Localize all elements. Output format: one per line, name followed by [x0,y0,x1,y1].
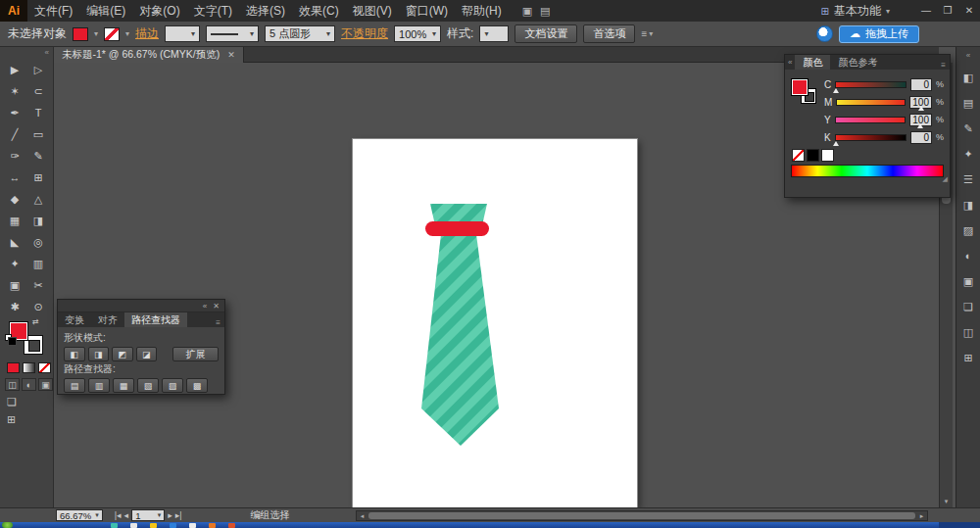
tool-free-transform[interactable]: ⊞ [26,167,50,188]
tab-align[interactable]: 对齐 [91,312,124,327]
fill-color-swatch[interactable] [73,27,88,41]
bridge-icon[interactable]: ▣ [522,5,532,18]
tab-color-guide[interactable]: 颜色参考 [830,55,885,70]
taskbar-app-icon[interactable] [228,523,235,528]
taskbar-tray[interactable] [939,522,980,528]
minus-front-button[interactable]: ◨ [88,347,110,361]
tool-gradient[interactable]: ◨ [26,210,50,231]
stroke-panel-icon[interactable]: ☰ [959,171,977,187]
color-spectrum-bar[interactable] [791,165,944,177]
default-fill-stroke-icon[interactable] [5,334,12,341]
taskbar-app-icon[interactable] [150,523,157,528]
tie-knot-band[interactable] [425,221,489,236]
taskbar-app-icon[interactable] [170,523,176,528]
slider-thumb[interactable] [833,88,839,93]
brush-definition-field[interactable]: 5 点圆形 ▾ [265,25,335,42]
color-mode-button[interactable] [7,362,20,373]
tab-pathfinder[interactable]: 路径查找器 [124,312,187,327]
stroke-dropdown-icon[interactable]: ▾ [125,29,129,38]
tool-direct-selection[interactable]: ▷ [26,59,50,80]
arrange-documents-icon[interactable]: ▤ [540,5,550,18]
menu-type[interactable]: 文字(T) [187,0,239,22]
next-artboard-button[interactable]: ▸ [168,510,172,520]
taskbar-app-icon[interactable] [111,523,118,528]
cyan-slider[interactable] [835,81,906,88]
slider-thumb[interactable] [833,141,839,146]
tool-symbol-sprayer[interactable]: ✦ [3,253,26,274]
menu-object[interactable]: 对象(O) [132,0,186,22]
crop-button[interactable]: ▧ [137,378,159,393]
tool-line-segment[interactable]: ╱ [3,123,26,145]
none-swatch[interactable] [792,149,805,162]
tab-color[interactable]: 颜色 [795,55,830,70]
tool-shape-builder[interactable]: ◆ [3,188,26,210]
minus-back-button[interactable]: ▩ [186,378,208,393]
swap-fill-stroke-icon[interactable]: ⇄ [32,317,39,326]
style-field[interactable]: ▾ [479,25,509,42]
expand-button[interactable]: 扩展 [172,347,219,361]
tool-eyedropper[interactable]: ◣ [3,231,26,253]
gradient-mode-button[interactable] [23,362,35,373]
menu-edit[interactable]: 编辑(E) [79,0,132,22]
divide-button[interactable]: ▤ [64,378,85,393]
outline-button[interactable]: ▨ [162,378,183,393]
tab-transform[interactable]: 变换 [58,312,91,327]
close-button[interactable]: ✕ [958,0,980,22]
exclude-button[interactable]: ◪ [136,347,158,361]
tab-close-icon[interactable]: ✕ [227,50,235,60]
last-artboard-button[interactable]: ▸| [175,510,182,520]
layers-panel-icon[interactable]: ❏ [959,299,977,314]
panel-collapse-icon[interactable]: « [203,302,207,311]
symbols-panel-icon[interactable]: ✦ [959,146,977,162]
workspace-switcher[interactable]: ⊞ 基本功能 ▾ [821,3,890,20]
toolbar-flyout-icon[interactable]: ⊞ [7,413,16,426]
first-artboard-button[interactable]: |◂ [115,510,122,520]
start-button[interactable] [2,522,13,528]
stroke-link[interactable]: 描边 [135,25,159,42]
horizontal-scroll-thumb[interactable] [368,512,915,519]
zoom-field[interactable]: 66.67% ▾ [56,509,103,521]
scroll-left-icon[interactable]: ◂ [357,511,368,520]
tool-paintbrush[interactable]: ✑ [3,145,26,167]
restore-button[interactable]: ❐ [937,0,958,22]
menu-help[interactable]: 帮助(H) [455,0,509,22]
tool-width[interactable]: ↔ [3,167,26,188]
taskbar-app-icon[interactable] [189,523,196,528]
fill-dropdown-icon[interactable]: ▾ [94,29,98,38]
tool-artboard[interactable]: ▣ [3,274,26,296]
black-value-field[interactable]: 0 [910,131,932,144]
tool-type[interactable]: T [26,102,50,123]
taskbar-app-icon[interactable] [130,523,137,528]
stroke-profile-field[interactable]: ▾ [206,25,259,42]
preferences-button[interactable]: 首选项 [583,24,635,43]
screen-mode-icon[interactable]: ❏ [7,396,17,408]
tool-mesh[interactable]: ▦ [3,210,26,231]
black-swatch[interactable] [807,149,819,162]
magenta-slider[interactable] [836,99,906,106]
menu-select[interactable]: 选择(S) [239,0,292,22]
menu-window[interactable]: 窗口(W) [399,0,455,22]
stroke-color-swatch[interactable] [104,27,120,41]
fill-proxy-swatch[interactable] [792,79,808,95]
panel-menu-icon[interactable]: ≡ [937,61,950,70]
graphic-styles-panel-icon[interactable]: ▣ [959,273,977,289]
transparency-panel-icon[interactable]: ▨ [959,222,977,238]
tool-magic-wand[interactable]: ✶ [3,80,26,102]
tool-perspective-grid[interactable]: △ [26,188,50,210]
panel-menu-icon[interactable]: ≡ [212,318,224,327]
appearance-panel-icon[interactable]: ◐ [959,248,977,264]
slider-thumb[interactable] [918,106,924,111]
pathfinder-panel-titlebar[interactable]: « ✕ [58,300,224,312]
document-setup-button[interactable]: 文档设置 [514,24,577,43]
stroke-weight-field[interactable]: ▾ [165,25,200,42]
panel-resize-grip[interactable]: ◢ [943,175,948,183]
color-panel-icon[interactable]: ◧ [959,70,977,85]
draw-normal-icon[interactable]: ◫ [5,378,20,391]
control-panel-menu[interactable]: ≡ ▾ [641,28,653,39]
taskbar-app-icon[interactable] [209,523,216,528]
tool-pen[interactable]: ✒ [3,102,26,123]
tool-slice[interactable]: ✂ [26,274,50,296]
horizontal-scrollbar[interactable]: ◂ ▸ [356,510,928,521]
cyan-value-field[interactable]: 0 [910,78,932,91]
tool-rectangle[interactable]: ▭ [26,123,50,145]
